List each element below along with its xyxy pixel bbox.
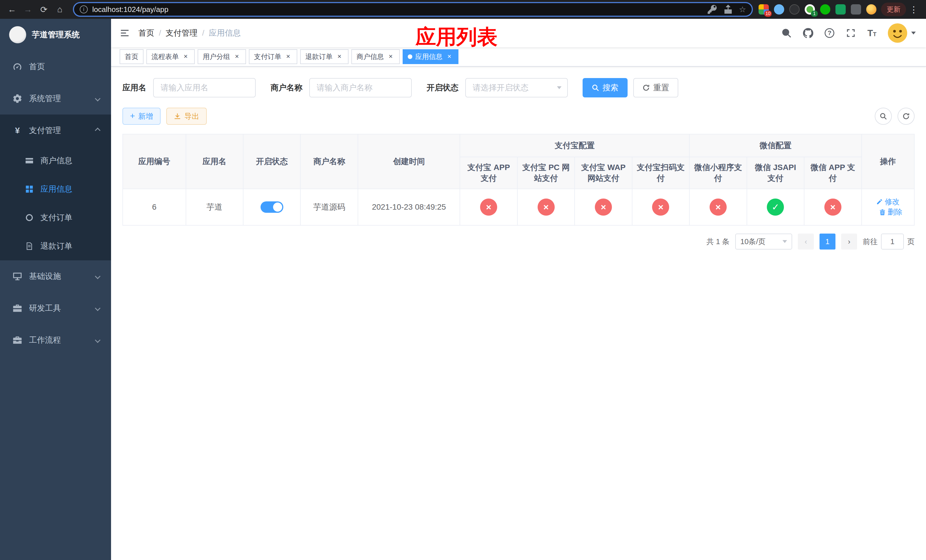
sidebar-item-refund-orders[interactable]: 退款订单 <box>0 232 111 260</box>
col-alipay-pc: 支付宝 PC 网站支付 <box>517 157 575 189</box>
add-button[interactable]: 新增 <box>123 107 160 125</box>
tab-app-info[interactable]: 应用信息 <box>402 49 458 64</box>
tab-close-icon[interactable] <box>445 53 453 61</box>
table-row: 6 芋道 芋道源码 2021-10-23 08:49:25 <box>123 189 914 225</box>
export-button[interactable]: 导出 <box>166 107 207 125</box>
tab-label: 首页 <box>125 52 138 61</box>
col-app-name: 应用名 <box>186 134 243 189</box>
puzzle-extensions-icon[interactable] <box>851 4 861 15</box>
reload-icon[interactable]: ⟳ <box>36 2 51 17</box>
breadcrumb-separator: / <box>202 29 204 38</box>
sidebar-item-payment[interactable]: ¥ 支付管理 <box>0 115 111 147</box>
sidebar-item-home[interactable]: 首页 <box>0 51 111 83</box>
merchant-name-input[interactable] <box>309 78 412 97</box>
url-bar[interactable]: i localhost:1024/pay/app ☆ <box>73 2 753 17</box>
chevron-down-icon <box>95 305 100 311</box>
tab-user-group[interactable]: 用户分组 <box>198 49 246 64</box>
tab-close-icon[interactable] <box>233 53 241 61</box>
wx-jsapi-status-icon <box>767 198 784 216</box>
share-icon[interactable] <box>723 4 733 15</box>
app-logo[interactable]: 芋道管理系统 <box>0 19 111 51</box>
edit-button[interactable]: 修改 <box>876 197 900 207</box>
site-info-icon[interactable]: i <box>80 5 88 14</box>
next-page-button[interactable]: › <box>841 233 857 250</box>
tab-close-icon[interactable] <box>182 53 190 61</box>
status-label: 开启状态 <box>427 82 458 93</box>
github-icon[interactable] <box>803 28 813 38</box>
app-name-input[interactable] <box>153 78 256 97</box>
goto-suffix: 页 <box>907 237 915 247</box>
toggle-search-button[interactable] <box>875 107 892 125</box>
status-select[interactable]: 请选择开启状态 <box>465 78 568 97</box>
forward-icon[interactable]: → <box>21 2 35 17</box>
col-created: 创建时间 <box>358 134 460 189</box>
browser-toolbar: ← → ⟳ ⌂ i localhost:1024/pay/app ☆ 10 1 <box>0 0 926 19</box>
sidebar-item-system[interactable]: 系统管理 <box>0 83 111 115</box>
sidebar-item-app-info[interactable]: 应用信息 <box>0 175 111 203</box>
menu-label: 应用信息 <box>41 184 72 195</box>
extension-icon-3[interactable] <box>789 4 800 15</box>
status-toggle[interactable] <box>260 201 283 213</box>
search-icon <box>879 112 887 120</box>
status-select-placeholder: 请选择开启状态 <box>473 82 528 93</box>
table-toolbar: 新增 导出 <box>123 107 915 125</box>
delete-button[interactable]: 删除 <box>879 207 902 217</box>
breadcrumb-payment[interactable]: 支付管理 <box>166 28 198 38</box>
yen-icon: ¥ <box>12 126 22 135</box>
extension-icon-4[interactable]: 1 <box>805 4 815 15</box>
filter-form: 应用名 商户名称 开启状态 请选择开启状态 搜索 重置 <box>123 78 915 97</box>
browser-menu-icon[interactable]: ⋮ <box>906 5 921 15</box>
extension-icon-1[interactable]: 10 <box>758 4 769 15</box>
col-app-id: 应用编号 <box>123 134 186 189</box>
delete-label: 删除 <box>888 207 902 217</box>
sidebar-item-pay-orders[interactable]: 支付订单 <box>0 203 111 232</box>
extension-icon-6[interactable] <box>835 4 846 15</box>
page-content: 应用名 商户名称 开启状态 请选择开启状态 搜索 重置 <box>111 67 926 560</box>
sidebar-menu: 首页 系统管理 ¥ 支付管理 <box>0 51 111 356</box>
user-menu[interactable] <box>888 23 916 43</box>
refresh-table-button[interactable] <box>897 107 915 125</box>
search-button[interactable]: 搜索 <box>583 78 628 97</box>
chevron-down-icon <box>95 96 100 101</box>
tab-close-icon[interactable] <box>387 53 395 61</box>
extension-icon-5[interactable] <box>820 4 830 15</box>
fullscreen-icon[interactable] <box>846 28 856 38</box>
prev-page-button[interactable]: ‹ <box>798 233 814 250</box>
page-1-button[interactable]: 1 <box>820 233 835 250</box>
wx-app-status-icon <box>825 198 841 216</box>
font-size-icon[interactable]: TT <box>867 28 876 38</box>
tab-refund-orders[interactable]: 退款订单 <box>300 49 348 64</box>
tab-close-icon[interactable] <box>336 53 343 61</box>
add-button-label: 新增 <box>138 111 153 121</box>
sidebar-item-merchant-info[interactable]: 商户信息 <box>0 147 111 175</box>
sidebar-item-dev-tools[interactable]: 研发工具 <box>0 292 111 324</box>
page-size-select[interactable]: 10条/页 <box>735 233 792 250</box>
back-icon[interactable]: ← <box>5 2 20 17</box>
sidebar-item-workflow[interactable]: 工作流程 <box>0 324 111 356</box>
tab-merchant-info[interactable]: 商户信息 <box>351 49 400 64</box>
reset-button[interactable]: 重置 <box>633 78 678 97</box>
update-button[interactable]: 更新 <box>881 3 906 16</box>
menu-label: 支付管理 <box>29 125 61 136</box>
menu-label: 退款订单 <box>41 241 72 251</box>
bookmark-star-icon[interactable]: ☆ <box>739 5 746 14</box>
search-icon[interactable] <box>781 28 791 38</box>
password-key-icon[interactable] <box>707 4 717 15</box>
reset-button-label: 重置 <box>653 82 669 93</box>
sidebar-item-infrastructure[interactable]: 基础设施 <box>0 260 111 292</box>
tab-pay-orders[interactable]: 支付订单 <box>249 49 297 64</box>
goto-page-input[interactable] <box>881 233 904 250</box>
home-icon[interactable]: ⌂ <box>52 2 67 17</box>
tab-close-icon[interactable] <box>284 53 292 61</box>
tab-home[interactable]: 首页 <box>120 49 144 64</box>
tab-process-form[interactable]: 流程表单 <box>146 49 195 64</box>
breadcrumb-home[interactable]: 首页 <box>138 28 154 38</box>
browser-profile-icon[interactable] <box>866 4 876 15</box>
help-icon[interactable]: ? <box>825 28 834 38</box>
hamburger-icon[interactable] <box>111 28 138 38</box>
chevron-down-icon <box>557 86 561 89</box>
extension-icon-2[interactable] <box>774 4 784 15</box>
chevron-down-icon <box>911 32 916 35</box>
menu-label: 商户信息 <box>41 155 72 166</box>
top-navbar: 首页 / 支付管理 / 应用信息 ? <box>111 19 926 47</box>
